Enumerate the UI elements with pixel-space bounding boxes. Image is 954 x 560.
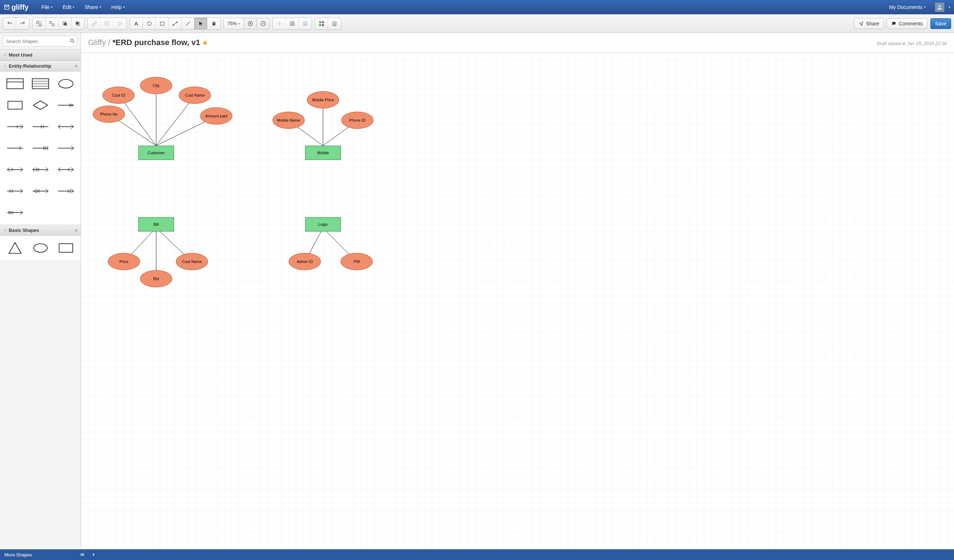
- theme-button[interactable]: [315, 18, 328, 30]
- entity-customer[interactable]: Customer: [138, 146, 174, 160]
- menu-file[interactable]: File▾: [36, 2, 58, 12]
- save-button[interactable]: Save: [931, 18, 951, 29]
- er-line-id[interactable]: [55, 182, 77, 200]
- pan-tool[interactable]: [207, 18, 220, 30]
- fit-width-button[interactable]: [78, 552, 86, 557]
- rect-tool[interactable]: [156, 18, 169, 30]
- breadcrumb[interactable]: Gliffy /: [88, 38, 110, 47]
- menu-share[interactable]: Share▾: [80, 2, 106, 12]
- entity-mobile[interactable]: Mobile: [305, 146, 341, 160]
- svg-marker-92: [9, 243, 21, 254]
- undo-button[interactable]: [3, 18, 16, 30]
- entity-bill[interactable]: Bill: [138, 217, 174, 232]
- er-shape-entity2[interactable]: [29, 75, 51, 92]
- chevron-down-icon[interactable]: ▾: [949, 5, 951, 9]
- er-line-zero-id[interactable]: [3, 204, 26, 221]
- er-shape-entity[interactable]: [3, 75, 26, 92]
- close-icon[interactable]: ×: [75, 63, 78, 69]
- bring-front-button[interactable]: [58, 18, 71, 30]
- svg-rect-8: [76, 22, 79, 24]
- svg-line-68: [58, 168, 61, 170]
- line-tool[interactable]: [182, 18, 195, 30]
- connector-tool[interactable]: [169, 18, 182, 30]
- redo-button[interactable]: [16, 18, 29, 30]
- basic-triangle[interactable]: [3, 240, 26, 257]
- svg-line-58: [20, 170, 23, 172]
- grip-icon: ≡: [3, 52, 7, 58]
- app-logo[interactable]: gliffy: [3, 3, 29, 11]
- attr-admin-id[interactable]: Admin ID: [288, 253, 321, 270]
- show-grid-button[interactable]: [286, 18, 299, 30]
- attr-cust-id[interactable]: Cust ID: [103, 87, 135, 104]
- group-button[interactable]: [33, 18, 45, 30]
- er-shape-rect[interactable]: [3, 96, 26, 114]
- ungroup-button[interactable]: [45, 18, 58, 30]
- document-title[interactable]: *ERD purchase flow, v1: [112, 38, 200, 47]
- attr-bid[interactable]: Bid: [140, 270, 172, 287]
- svg-line-44: [71, 124, 74, 127]
- svg-rect-12: [160, 22, 164, 25]
- close-icon[interactable]: ×: [75, 227, 78, 233]
- layers-button[interactable]: [328, 18, 341, 30]
- send-back-button[interactable]: [71, 18, 84, 30]
- more-shapes-link[interactable]: More Shapes: [4, 552, 32, 557]
- svg-point-13: [173, 24, 174, 25]
- er-line-one-many2[interactable]: [3, 182, 26, 200]
- panel-most-used[interactable]: ≡ Most Used: [0, 50, 81, 61]
- comments-button[interactable]: Comments: [887, 18, 928, 29]
- attr-price[interactable]: Price: [108, 253, 140, 270]
- er-line-one[interactable]: [3, 140, 26, 157]
- er-line-zero-many2[interactable]: [29, 182, 51, 200]
- er-line-plain[interactable]: [55, 140, 77, 157]
- menu-edit[interactable]: Edit▾: [58, 2, 80, 12]
- drawing-guides-button[interactable]: [299, 18, 312, 30]
- er-line-crow3[interactable]: [55, 118, 77, 135]
- ellipse-tool[interactable]: [143, 18, 156, 30]
- zoom-in-button[interactable]: [244, 18, 257, 30]
- er-line-one-many-rev[interactable]: [55, 161, 77, 178]
- svg-line-76: [20, 191, 23, 193]
- er-line-one-to[interactable]: [55, 96, 77, 114]
- attr-cust-name[interactable]: Cust Name: [179, 87, 211, 104]
- er-line-zero-many[interactable]: [29, 161, 51, 178]
- attr-phone-id[interactable]: Phone ID: [341, 112, 374, 129]
- attr-mobile-price[interactable]: Mobile Price: [307, 91, 339, 109]
- text-tool[interactable]: A: [130, 18, 143, 30]
- attr-phone-no[interactable]: Phone No: [93, 106, 125, 123]
- chevron-down-icon: ▾: [123, 5, 125, 9]
- attr-amount-paid[interactable]: Amount paid: [200, 107, 232, 124]
- attr-mobile-name[interactable]: Mobile Name: [273, 112, 305, 129]
- search-shapes-input[interactable]: [3, 36, 78, 47]
- entity-login[interactable]: Login: [305, 217, 341, 232]
- attr-city[interactable]: City: [140, 77, 172, 94]
- my-documents-link[interactable]: My Documents▾: [884, 2, 931, 12]
- er-line-zero-one[interactable]: [29, 140, 51, 157]
- er-line-crow2[interactable]: [29, 118, 51, 135]
- svg-rect-22: [7, 79, 23, 89]
- document-header: Gliffy / *ERD purchase flow, v1 Draft sa…: [81, 33, 954, 53]
- zoom-level-select[interactable]: 75%▾: [223, 18, 244, 30]
- basic-rect[interactable]: [55, 240, 77, 257]
- collapse-sidebar-button[interactable]: [90, 552, 97, 557]
- er-line-many-many[interactable]: [3, 161, 26, 178]
- svg-rect-19: [319, 24, 321, 26]
- note-button: [101, 18, 114, 30]
- basic-ellipse[interactable]: [29, 240, 51, 257]
- attr-cust-name-2[interactable]: Cust Name: [176, 253, 208, 270]
- svg-line-36: [20, 124, 23, 127]
- pointer-tool[interactable]: [195, 18, 207, 30]
- snap-grid-button: [273, 18, 286, 30]
- share-button[interactable]: Share: [854, 18, 884, 29]
- panel-basic-shapes[interactable]: ≡ Basic Shapes ×: [0, 225, 81, 236]
- er-line-crow1[interactable]: [3, 118, 26, 135]
- zoom-out-button[interactable]: [257, 18, 270, 30]
- er-shape-attribute[interactable]: [55, 75, 77, 92]
- svg-rect-29: [8, 101, 22, 109]
- panel-entity-relationship[interactable]: ≡ Entity-Relationship ×: [0, 61, 81, 72]
- grip-icon: ≡: [3, 63, 7, 69]
- menu-help[interactable]: Help▾: [106, 2, 130, 12]
- user-avatar[interactable]: [935, 3, 944, 12]
- drawing-canvas[interactable]: Customer Phone No Cust ID City Cust Name…: [81, 53, 954, 549]
- attr-pw[interactable]: PW: [341, 253, 373, 270]
- er-shape-relationship[interactable]: [29, 96, 51, 114]
